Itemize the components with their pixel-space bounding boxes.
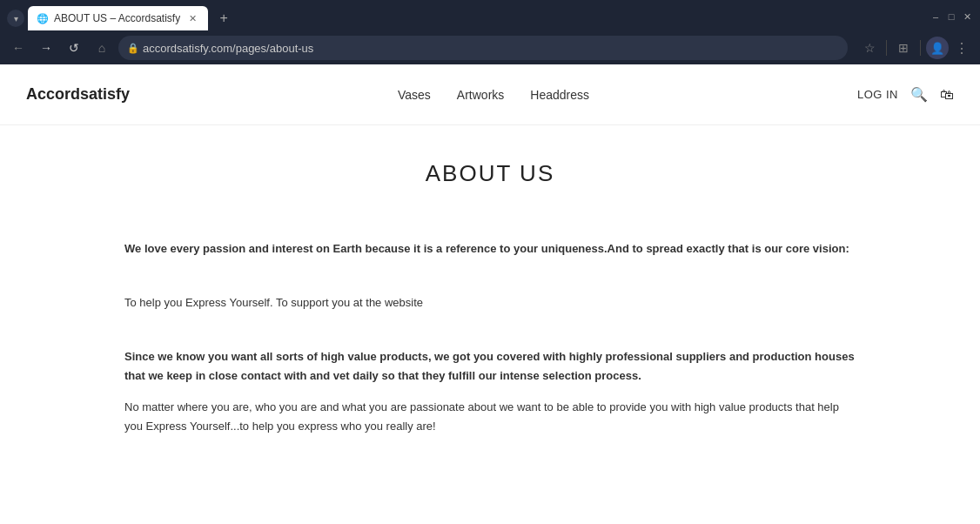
address-input[interactable]: accordsatisfy.com/pages/about-us [118, 36, 848, 60]
lock-icon: 🔒 [127, 43, 139, 54]
active-tab[interactable]: 🌐 ABOUT US – Accordsatisfy ✕ [28, 6, 208, 30]
vision-text: We love every passion and interest on Ea… [124, 239, 856, 259]
address-bar-row: ← → ↺ ⌂ 🔒 accordsatisfy.com/pages/about-… [0, 31, 980, 64]
divider [886, 40, 887, 56]
address-actions: ☆ ⊞ 👤 ⋮ [858, 37, 973, 59]
close-btn[interactable]: ✕ [961, 10, 973, 23]
search-icon[interactable]: 🔍 [910, 86, 928, 103]
restore-btn[interactable]: □ [945, 10, 957, 23]
extensions-icon[interactable]: ⊞ [892, 37, 915, 59]
site-nav: Vases Artworks Headdress [398, 88, 589, 102]
nav-artworks[interactable]: Artworks [457, 88, 504, 102]
address-wrap: 🔒 accordsatisfy.com/pages/about-us [118, 36, 848, 60]
login-link[interactable]: LOG IN [857, 88, 898, 101]
tab-bar: ▾ 🌐 ABOUT US – Accordsatisfy ✕ + – □ ✕ [0, 0, 980, 31]
minimize-btn[interactable]: – [930, 10, 942, 23]
tab-favicon: 🌐 [37, 13, 49, 24]
content-section-vision: We love every passion and interest on Ea… [124, 239, 856, 259]
header-actions: LOG IN 🔍 🛍 [857, 86, 954, 103]
page-title: ABOUT US [124, 160, 856, 187]
site-content: Accordsatisfy Vases Artworks Headdress L… [0, 64, 980, 524]
cart-icon[interactable]: 🛍 [940, 87, 954, 103]
divider2 [920, 40, 921, 56]
bookmark-icon[interactable]: ☆ [858, 37, 881, 59]
profile-btn[interactable]: 👤 [926, 37, 949, 59]
mission-text: No matter where you are, who you are and… [124, 398, 856, 436]
support-text: To help you Express Yourself. To support… [124, 293, 856, 312]
tab-dropdown-btn[interactable]: ▾ [7, 10, 24, 27]
site-header: Accordsatisfy Vases Artworks Headdress L… [0, 64, 980, 125]
content-section-support: To help you Express Yourself. To support… [124, 293, 856, 312]
back-btn[interactable]: ← [7, 37, 30, 59]
site-logo: Accordsatisfy [26, 85, 130, 104]
browser-chrome: ▾ 🌐 ABOUT US – Accordsatisfy ✕ + – □ ✕ ←… [0, 0, 980, 64]
home-btn[interactable]: ⌂ [91, 37, 113, 59]
page-content: ABOUT US We love every passion and inter… [98, 125, 882, 524]
nav-headdress[interactable]: Headdress [530, 88, 589, 102]
tab-title: ABOUT US – Accordsatisfy [54, 12, 180, 24]
tab-close-btn[interactable]: ✕ [185, 11, 199, 25]
window-controls: – □ ✕ [930, 10, 973, 26]
nav-vases[interactable]: Vases [398, 88, 431, 102]
reload-btn[interactable]: ↺ [63, 37, 85, 59]
products-text: Since we know you want all sorts of high… [124, 347, 856, 386]
new-tab-btn[interactable]: + [211, 6, 236, 30]
more-menu-btn[interactable]: ⋮ [950, 37, 973, 59]
forward-btn[interactable]: → [35, 37, 57, 59]
content-section-products: Since we know you want all sorts of high… [124, 347, 856, 436]
